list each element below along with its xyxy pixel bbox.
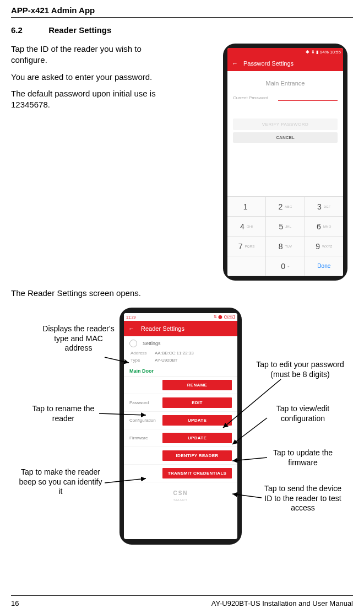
subtitle: Main Entrance — [227, 71, 343, 92]
type-value: AY-U920BT — [155, 358, 177, 363]
callout-rename: Tap to rename the reader — [28, 404, 99, 423]
key-4[interactable]: 4GHI — [227, 217, 266, 236]
type-label: Type — [131, 358, 155, 363]
update-config-button[interactable]: UPDATE — [162, 415, 232, 426]
para-2: You are asked to enter your password. — [11, 72, 173, 83]
key-8[interactable]: 8TUV — [266, 236, 305, 256]
transmit-button[interactable]: TRANSMIT CREDENTIALS — [162, 468, 232, 478]
config-row-label: Configuration — [129, 418, 162, 423]
key-6[interactable]: 6MNO — [305, 217, 343, 236]
firmware-row-label: Firmware — [129, 435, 162, 440]
callout-firmware: Tap to update the firmware — [267, 448, 339, 467]
password-input[interactable] — [278, 94, 338, 101]
diagram: 11:29 ⇅ ⬤ 57% ← Reader Settings Settings… — [11, 308, 353, 561]
section-title: Reader Settings — [48, 25, 111, 35]
section-heading: 6.2 Reader Settings — [11, 25, 353, 35]
page-number: 16 — [11, 599, 19, 607]
app-bar: ← Password Settings — [227, 56, 343, 71]
callout-identify: Tap to make the reader beep so you can i… — [17, 467, 105, 497]
key-7[interactable]: 7PQRS — [227, 236, 266, 256]
address-label: Address — [131, 351, 155, 356]
keypad: 1 2ABC 3DEF 4GHI 5JKL 6MNO 7PQRS 8TUV 9W… — [227, 196, 343, 276]
brand-sub: SMART — [124, 498, 237, 502]
status-time: 94% 10:55 — [320, 50, 341, 55]
key-9[interactable]: 9WXYZ — [305, 236, 343, 256]
password-label: Current Password — [233, 95, 268, 100]
wifi-icon: ⇅ ⬤ — [214, 315, 222, 319]
page-footer: 16 AY-U920BT-US Installation and User Ma… — [11, 595, 353, 607]
key-done[interactable]: Done — [305, 256, 343, 276]
status-bar-2: 11:29 ⇅ ⬤ 57% — [124, 313, 237, 321]
gear-icon — [129, 340, 137, 347]
callout-password: Tap to edit your password(must be 8 digi… — [245, 360, 355, 379]
status-time-2: 11:29 — [126, 315, 136, 319]
door-name: Main Door — [124, 364, 237, 377]
callout-config: Tap to view/edit configuration — [267, 404, 339, 423]
rename-button[interactable]: RENAME — [162, 380, 232, 390]
doc-title: AY-U920BT-US Installation and User Manua… — [211, 599, 353, 607]
verify-button[interactable]: VERIFY PASSWORD — [233, 119, 338, 130]
section-number: 6.2 — [11, 25, 46, 35]
identify-button[interactable]: IDENTIFY READER — [162, 450, 232, 461]
password-row-label: Password — [129, 400, 162, 405]
key-3[interactable]: 3DEF — [305, 197, 343, 217]
para-1: Tap the ID of the reader you wish to con… — [11, 44, 173, 66]
phone-mockup-1: ✱ ⬇ ▮ 94% 10:55 ← Password Settings Main… — [223, 44, 347, 281]
callout-transmit: Tap to send the device ID to the reader … — [262, 484, 344, 513]
para-3: The default password upon initial use is… — [11, 88, 173, 111]
key-1[interactable]: 1 — [227, 197, 266, 217]
cancel-button[interactable]: CANCEL — [233, 132, 338, 143]
key-5[interactable]: 5JKL — [266, 217, 305, 236]
app-bar-2: ← Reader Settings — [124, 321, 237, 336]
key-2[interactable]: 2ABC — [266, 197, 305, 217]
para-4: The Reader Settings screen opens. — [11, 288, 353, 298]
key-blank — [227, 256, 266, 276]
settings-label: Settings — [143, 341, 161, 346]
phone-mockup-2: 11:29 ⇅ ⬤ 57% ← Reader Settings Settings… — [119, 308, 242, 545]
page-header: APP-x421 Admin App — [11, 6, 353, 18]
key-0[interactable]: 0+ — [266, 256, 305, 276]
back-icon[interactable]: ← — [232, 60, 238, 67]
address-value: AA:BB:CC:11:22:33 — [155, 351, 194, 356]
edit-button[interactable]: EDIT — [162, 397, 232, 408]
update-firmware-button[interactable]: UPDATE — [162, 433, 232, 443]
callout-address: Displays the reader's type and MAC addre… — [41, 324, 116, 353]
status-icons: ✱ ⬇ ▮ — [306, 50, 318, 55]
back-icon[interactable]: ← — [128, 325, 134, 332]
brand-logo: CSN — [124, 482, 237, 498]
status-bar: ✱ ⬇ ▮ 94% 10:55 — [227, 48, 343, 56]
battery-pill: 57% — [224, 315, 235, 319]
app-bar-title: Password Settings — [243, 60, 294, 67]
app-bar-title-2: Reader Settings — [141, 325, 184, 332]
